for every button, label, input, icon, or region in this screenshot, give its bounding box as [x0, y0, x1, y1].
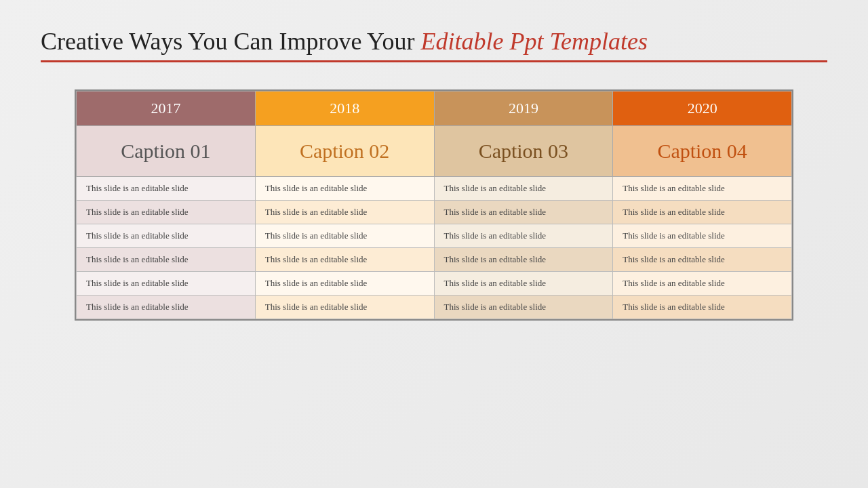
header-col1: 2017 — [77, 92, 256, 126]
cell: This slide is an editable slide — [613, 296, 792, 319]
page-title: Creative Ways You Can Improve Your Edita… — [41, 27, 827, 56]
caption-row: Caption 01 Caption 02 Caption 03 Caption… — [77, 126, 792, 177]
cell: This slide is an editable slide — [255, 248, 434, 272]
cell: This slide is an editable slide — [255, 272, 434, 296]
data-table: 2017 2018 2019 2020 Caption 01 Caption 0… — [76, 91, 792, 319]
cell: This slide is an editable slide — [255, 177, 434, 201]
cell: This slide is an editable slide — [434, 201, 613, 224]
caption-col1: Caption 01 — [77, 126, 256, 177]
cell: This slide is an editable slide — [434, 177, 613, 201]
cell: This slide is an editable slide — [434, 272, 613, 296]
cell: This slide is an editable slide — [77, 177, 256, 201]
table-row: This slide is an editable slide This sli… — [77, 224, 792, 248]
header-col2: 2018 — [255, 92, 434, 126]
table-row: This slide is an editable slide This sli… — [77, 177, 792, 201]
header-row: 2017 2018 2019 2020 — [77, 92, 792, 126]
cell: This slide is an editable slide — [77, 224, 256, 248]
cell: This slide is an editable slide — [613, 248, 792, 272]
cell: This slide is an editable slide — [255, 296, 434, 319]
cell: This slide is an editable slide — [77, 248, 256, 272]
cell: This slide is an editable slide — [613, 201, 792, 224]
caption-col4: Caption 04 — [613, 126, 792, 177]
cell: This slide is an editable slide — [77, 201, 256, 224]
cell: This slide is an editable slide — [434, 224, 613, 248]
title-area: Creative Ways You Can Improve Your Edita… — [41, 27, 827, 76]
cell: This slide is an editable slide — [255, 201, 434, 224]
table-row: This slide is an editable slide This sli… — [77, 248, 792, 272]
cell: This slide is an editable slide — [77, 296, 256, 319]
table-row: This slide is an editable slide This sli… — [77, 272, 792, 296]
cell: This slide is an editable slide — [434, 296, 613, 319]
data-table-wrapper: 2017 2018 2019 2020 Caption 01 Caption 0… — [75, 89, 793, 321]
cell: This slide is an editable slide — [434, 248, 613, 272]
title-underline — [41, 60, 827, 62]
cell: This slide is an editable slide — [613, 224, 792, 248]
cell: This slide is an editable slide — [613, 177, 792, 201]
cell: This slide is an editable slide — [613, 272, 792, 296]
caption-col2: Caption 02 — [255, 126, 434, 177]
title-highlight: Editable Ppt Templates — [420, 28, 648, 55]
title-prefix: Creative Ways You Can Improve Your — [41, 28, 420, 55]
table-row: This slide is an editable slide This sli… — [77, 296, 792, 319]
header-col4: 2020 — [613, 92, 792, 126]
cell: This slide is an editable slide — [255, 224, 434, 248]
table-row: This slide is an editable slide This sli… — [77, 201, 792, 224]
caption-col3: Caption 03 — [434, 126, 613, 177]
header-col3: 2019 — [434, 92, 613, 126]
cell: This slide is an editable slide — [77, 272, 256, 296]
